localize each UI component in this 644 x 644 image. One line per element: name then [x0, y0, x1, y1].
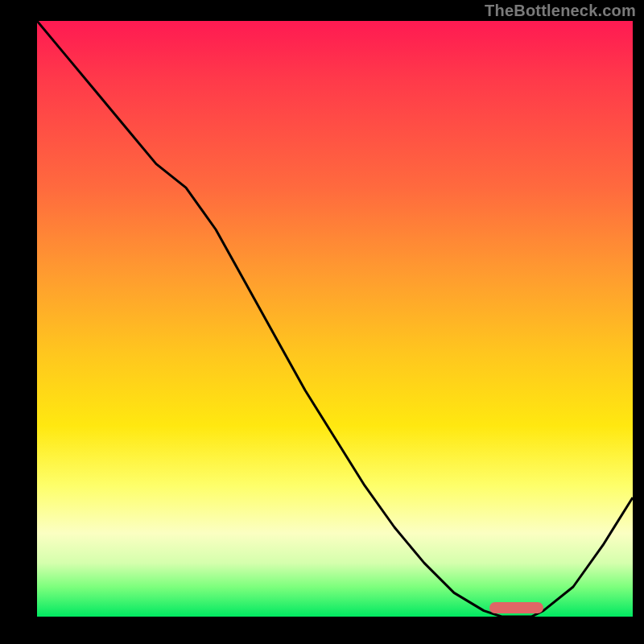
plot-area	[37, 21, 633, 617]
chart-frame: TheBottleneck.com	[0, 0, 644, 644]
watermark-text: TheBottleneck.com	[485, 2, 636, 20]
curve-layer	[37, 21, 633, 617]
minimum-highlight-pill	[489, 602, 543, 613]
bottleneck-curve	[37, 21, 633, 617]
